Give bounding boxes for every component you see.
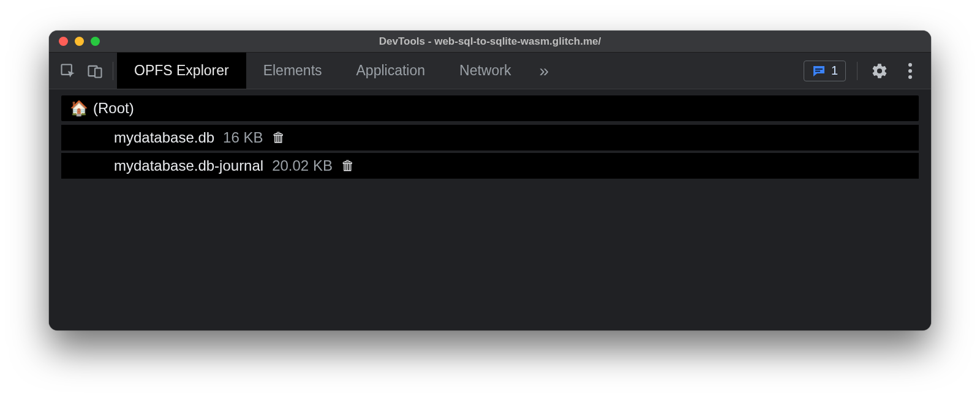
gear-icon xyxy=(871,62,888,80)
window-titlebar: DevTools - web-sql-to-sqlite-wasm.glitch… xyxy=(49,31,931,53)
tree-root-row[interactable]: 🏠 (Root) xyxy=(61,95,919,121)
root-label: (Root) xyxy=(93,100,134,117)
device-toolbar-icon[interactable] xyxy=(85,61,105,81)
tab-network[interactable]: Network xyxy=(442,53,528,89)
svg-point-6 xyxy=(908,69,912,73)
opfs-explorer-panel: 🏠 (Root) mydatabase.db 16 KB 🗑 mydatabas… xyxy=(49,89,931,330)
tab-opfs-explorer[interactable]: OPFS Explorer xyxy=(117,53,246,89)
tab-label: Application xyxy=(356,62,426,79)
file-row[interactable]: mydatabase.db-journal 20.02 KB 🗑 xyxy=(61,153,919,179)
kebab-icon xyxy=(908,63,912,79)
devtools-tabs: OPFS Explorer Elements Application Netwo… xyxy=(117,53,560,89)
toolbar-right: 1 xyxy=(804,60,927,82)
file-size: 20.02 KB xyxy=(272,157,333,174)
devtools-toolbar: OPFS Explorer Elements Application Netwo… xyxy=(49,53,931,89)
tab-elements[interactable]: Elements xyxy=(246,53,339,89)
tab-application[interactable]: Application xyxy=(339,53,443,89)
inspect-element-icon[interactable] xyxy=(58,61,78,81)
trash-icon[interactable]: 🗑 xyxy=(341,158,355,174)
close-window-button[interactable] xyxy=(59,37,68,46)
maximize-window-button[interactable] xyxy=(91,37,100,46)
toolbar-separator xyxy=(113,62,113,80)
traffic-lights xyxy=(49,37,100,46)
svg-rect-4 xyxy=(815,70,820,72)
more-tabs-button[interactable]: » xyxy=(528,53,560,89)
file-row[interactable]: mydatabase.db 16 KB 🗑 xyxy=(61,125,919,151)
minimize-window-button[interactable] xyxy=(75,37,84,46)
svg-point-7 xyxy=(908,75,912,79)
tab-label: OPFS Explorer xyxy=(134,62,229,79)
trash-icon[interactable]: 🗑 xyxy=(272,130,285,146)
chat-icon xyxy=(812,64,826,78)
devtools-window: DevTools - web-sql-to-sqlite-wasm.glitch… xyxy=(49,31,931,330)
window-title: DevTools - web-sql-to-sqlite-wasm.glitch… xyxy=(49,35,931,48)
chevron-right-icon: » xyxy=(539,61,549,81)
tab-label: Elements xyxy=(263,62,322,79)
tab-label: Network xyxy=(459,62,511,79)
toolbar-left-icons xyxy=(53,61,111,81)
file-name: mydatabase.db xyxy=(114,129,214,146)
issues-count: 1 xyxy=(831,64,838,78)
svg-point-5 xyxy=(908,63,912,67)
settings-button[interactable] xyxy=(869,60,891,82)
issues-badge[interactable]: 1 xyxy=(804,61,846,81)
home-icon: 🏠 xyxy=(70,101,88,116)
file-name: mydatabase.db-journal xyxy=(114,157,263,174)
more-options-button[interactable] xyxy=(899,60,921,82)
svg-rect-3 xyxy=(815,69,823,70)
toolbar-separator xyxy=(857,62,858,80)
file-tree: 🏠 (Root) mydatabase.db 16 KB 🗑 mydatabas… xyxy=(49,95,931,179)
file-size: 16 KB xyxy=(223,129,263,146)
svg-rect-2 xyxy=(95,68,102,77)
